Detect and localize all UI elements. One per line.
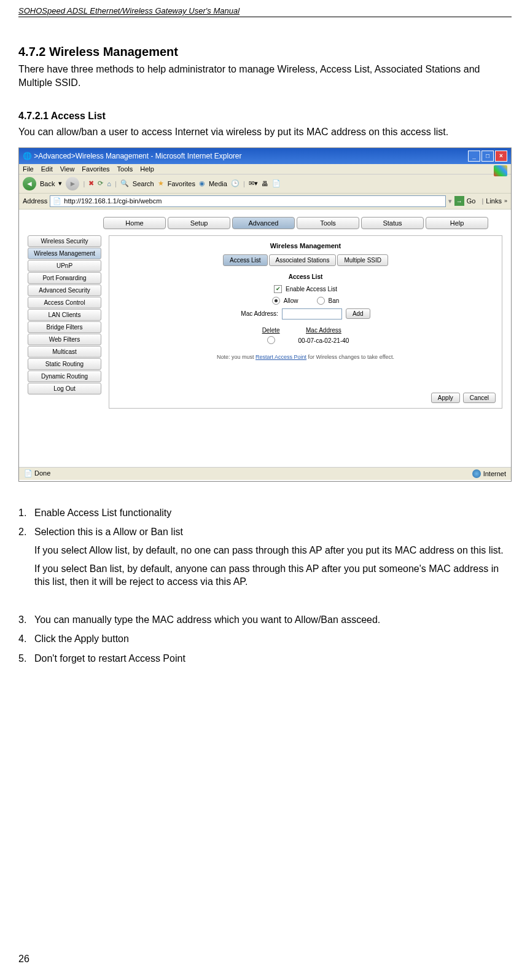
mac-table: Delete Mac Address 00-07-ca-02-21-40 (252, 326, 359, 348)
subtab-associated-stations[interactable]: Associated Stations (269, 254, 337, 266)
allow-label: Allow (284, 297, 298, 304)
ie-status-bar: 📄 Done Internet (19, 467, 511, 480)
enable-label: Enable Access List (286, 286, 337, 292)
doc-header: SOHOSpeed ADSL Ethernet/Wireless Gateway… (18, 0, 512, 17)
tab-advanced[interactable]: Advanced (232, 217, 295, 229)
add-button[interactable]: Add (346, 308, 370, 319)
back-icon[interactable]: ◄ (23, 177, 36, 190)
print-icon[interactable]: 🖶 (262, 180, 268, 187)
ban-label: Ban (329, 297, 340, 304)
enable-checkbox[interactable]: ✔ (274, 285, 282, 293)
screenshot-ie-window: 🌐 >Advanced>Wireless Management - Micros… (18, 147, 512, 482)
forward-icon[interactable]: ► (66, 177, 79, 190)
cancel-button[interactable]: Cancel (463, 393, 496, 403)
ie-toolbar: ◄ Back▾ ► | ✖ ⟳ ⌂ | 🔍Search ★Favorites ◉… (19, 174, 511, 194)
internet-zone-icon (472, 469, 481, 478)
status-zone: Internet (483, 470, 506, 477)
tab-status[interactable]: Status (361, 217, 424, 229)
allow-radio[interactable] (272, 297, 280, 305)
panel-title: Wireless Management (115, 242, 496, 249)
step-1: 1. Enable Access List functionality (18, 506, 512, 520)
close-icon[interactable]: × (495, 151, 507, 162)
restart-link[interactable]: Restart Access Point (255, 354, 306, 360)
media-icon[interactable]: ◉ (199, 179, 205, 187)
back-label[interactable]: Back (40, 180, 55, 187)
maximize-icon[interactable]: □ (481, 151, 494, 162)
sidebar-item-access-control[interactable]: Access Control (28, 297, 101, 308)
heading-4-7-2-1: 4.7.2.1 Access List (18, 111, 512, 122)
favorites-icon[interactable]: ★ (158, 179, 164, 187)
window-title: 🌐 >Advanced>Wireless Management - Micros… (23, 152, 242, 160)
sidebar-item-port-forwarding[interactable]: Port Forwarding (28, 272, 101, 284)
section-body: There have three methods to help adminis… (18, 63, 512, 89)
subtab-multiple-ssid[interactable]: Multiple SSID (337, 254, 388, 266)
tab-home[interactable]: Home (103, 217, 166, 229)
menu-favorites[interactable]: Favorites (82, 165, 109, 173)
favorites-label[interactable]: Favorites (168, 180, 195, 187)
menu-tools[interactable]: Tools (117, 165, 133, 173)
minimize-icon[interactable]: _ (468, 151, 480, 162)
search-icon[interactable]: 🔍 (120, 179, 129, 187)
menu-view[interactable]: View (60, 165, 75, 173)
mail-icon[interactable]: ✉▾ (249, 179, 258, 187)
links-label[interactable]: Links (486, 197, 502, 205)
stop-icon[interactable]: ✖ (88, 179, 94, 187)
sidebar: Wireless Security Wireless Management UP… (28, 235, 101, 409)
windows-flag-icon (494, 165, 507, 176)
mac-value: 00-07-ca-02-21-40 (290, 335, 358, 347)
menu-edit[interactable]: Edit (41, 165, 53, 173)
media-label[interactable]: Media (209, 180, 227, 187)
col-delete: Delete (254, 327, 289, 334)
sidebar-item-advanced-security[interactable]: Advanced Security (28, 284, 101, 296)
restart-note: Note: you must Restart Access Point for … (115, 354, 496, 360)
window-titlebar: 🌐 >Advanced>Wireless Management - Micros… (19, 148, 511, 164)
search-label[interactable]: Search (133, 180, 154, 187)
ban-radio[interactable] (317, 297, 325, 305)
go-label[interactable]: Go (467, 197, 476, 205)
sidebar-item-wireless-security[interactable]: Wireless Security (28, 235, 101, 247)
menu-help[interactable]: Help (140, 165, 154, 173)
router-page: Home Setup Advanced Tools Status Help Wi… (19, 210, 511, 481)
sidebar-item-multicast[interactable]: Multicast (28, 346, 101, 358)
table-row: 00-07-ca-02-21-40 (254, 335, 358, 347)
mac-address-input[interactable] (282, 308, 342, 319)
page-number: 26 (18, 954, 29, 965)
heading-4-7-2: 4.7.2 Wireless Management (18, 45, 512, 59)
step-2: 2. Selection this is a Allow or Ban list… (18, 525, 512, 593)
tab-help[interactable]: Help (426, 217, 488, 229)
menu-file[interactable]: File (23, 165, 34, 173)
status-done: 📄 Done (24, 469, 50, 478)
step-4: 4. Click the Apply button (18, 632, 512, 646)
history-icon[interactable]: 🕒 (231, 179, 240, 187)
subsection-body: You can allow/ban a user to access Inter… (18, 125, 512, 139)
tab-setup[interactable]: Setup (168, 217, 230, 229)
sidebar-item-web-filters[interactable]: Web Filters (28, 334, 101, 345)
address-input[interactable]: 📄 http://192.168.1.1/cgi-bin/webcm (50, 195, 445, 207)
sidebar-item-upnp[interactable]: UPnP (28, 260, 101, 272)
sidebar-item-lan-clients[interactable]: LAN Clients (28, 309, 101, 321)
tab-tools[interactable]: Tools (297, 217, 359, 229)
go-arrow-icon[interactable]: → (454, 196, 464, 206)
sidebar-item-log-out[interactable]: Log Out (28, 383, 101, 394)
page-icon: 📄 (53, 197, 61, 205)
sidebar-item-wireless-management[interactable]: Wireless Management (28, 248, 101, 259)
sidebar-item-dynamic-routing[interactable]: Dynamic Routing (28, 370, 101, 382)
edit-icon[interactable]: 📄 (272, 179, 281, 187)
section-title: Access List (115, 273, 496, 280)
step-3: 3. You can manually type the MAC address… (18, 613, 512, 627)
subtab-access-list[interactable]: Access List (223, 254, 268, 266)
sidebar-item-static-routing[interactable]: Static Routing (28, 358, 101, 370)
sidebar-item-bridge-filters[interactable]: Bridge Filters (28, 321, 101, 333)
delete-radio[interactable] (267, 336, 275, 344)
subtab-row: Access List Associated Stations Multiple… (115, 254, 496, 266)
mac-address-label: Mac Address: (241, 310, 278, 317)
refresh-icon[interactable]: ⟳ (98, 179, 103, 187)
top-nav: Home Setup Advanced Tools Status Help (80, 217, 511, 229)
menu-bar: File Edit View Favorites Tools Help (19, 164, 511, 174)
address-bar: Address 📄 http://192.168.1.1/cgi-bin/web… (19, 194, 511, 210)
management-panel: Wireless Management Access List Associat… (109, 235, 502, 409)
step-5: 5. Don't forget to restart Access Point (18, 652, 512, 665)
address-label: Address (23, 197, 47, 205)
apply-button[interactable]: Apply (431, 393, 460, 403)
home-icon[interactable]: ⌂ (107, 180, 111, 187)
